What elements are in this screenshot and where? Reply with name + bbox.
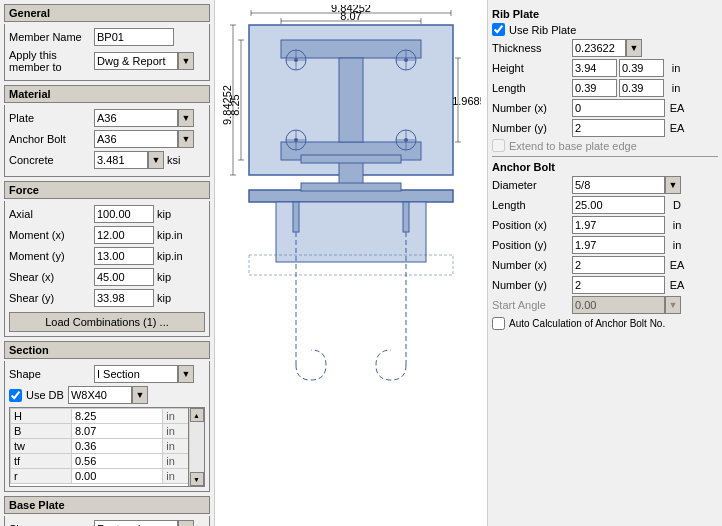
ab-number-y-input[interactable] [572, 276, 665, 294]
axial-label: Axial [9, 208, 94, 220]
rib-length-label: Length [492, 82, 572, 94]
plate-dropdown-btn[interactable]: ▼ [178, 109, 194, 127]
base-plate-header: Base Plate [4, 496, 210, 514]
table-row: r 0.00 in [11, 469, 204, 484]
rib-length-input1[interactable] [572, 79, 617, 97]
shape-dropdown-btn[interactable]: ▼ [178, 365, 194, 383]
ab-start-angle-row: Start Angle ▼ [492, 296, 718, 314]
ab-pos-y-unit: in [667, 239, 687, 251]
concrete-unit: ksi [167, 154, 180, 166]
member-name-input[interactable] [94, 28, 174, 46]
plate-combo[interactable]: ▼ [94, 109, 194, 127]
load-combinations-button[interactable]: Load Combinations (1) ... [9, 312, 205, 332]
bp-shape-input[interactable] [94, 520, 178, 526]
ab-length-row: Length D [492, 196, 718, 214]
bp-shape-row: Shape ▼ [9, 520, 205, 526]
force-header: Force [4, 181, 210, 199]
rib-height-label: Height [492, 62, 572, 74]
scroll-up-btn[interactable]: ▲ [190, 408, 204, 422]
anchor-bolt-dropdown-btn[interactable]: ▼ [178, 130, 194, 148]
bp-shape-dropdown-btn[interactable]: ▼ [178, 520, 194, 526]
shear-x-row: Shear (x) kip [9, 268, 205, 286]
rib-number-x-input[interactable] [572, 99, 665, 117]
shape-combo[interactable]: ▼ [94, 365, 194, 383]
rib-thickness-row: Thickness ▼ [492, 39, 718, 57]
use-rib-plate-checkbox[interactable] [492, 23, 505, 36]
rib-length-input2[interactable] [619, 79, 664, 97]
ab-start-angle-combo: ▼ [572, 296, 681, 314]
db-dropdown-btn[interactable]: ▼ [132, 386, 148, 404]
concrete-dropdown-btn[interactable]: ▼ [148, 151, 164, 169]
anchor-bolt-right-header: Anchor Bolt [492, 161, 718, 173]
ab-pos-x-label: Position (x) [492, 219, 572, 231]
moment-x-input[interactable] [94, 226, 154, 244]
rib-height-input2[interactable] [619, 59, 664, 77]
right-dim-label: 1.9685 [452, 95, 481, 107]
db-combo[interactable]: ▼ [68, 386, 148, 404]
side-bot-flange [301, 183, 401, 191]
shape-row: Shape ▼ [9, 365, 205, 383]
rib-plate-header: Rib Plate [492, 8, 718, 20]
anchor-bolt-combo[interactable]: ▼ [94, 130, 194, 148]
section-scrollbar[interactable]: ▲ ▼ [188, 408, 204, 486]
ab-diameter-input[interactable] [572, 176, 665, 194]
anchor-bolt-left-hook [296, 350, 326, 380]
rib-thickness-combo[interactable]: ▼ [572, 39, 642, 57]
prop-tf-name: tf [11, 454, 72, 469]
scroll-down-btn[interactable]: ▼ [190, 472, 204, 486]
apply-to-dropdown-btn[interactable]: ▼ [178, 52, 194, 70]
extend-to-edge-checkbox[interactable] [492, 139, 505, 152]
axial-input[interactable] [94, 205, 154, 223]
prop-b-value: 8.07 [71, 424, 162, 439]
anchor-bolt-label: Anchor Bolt [9, 133, 94, 145]
anchor-bolt-right-side [403, 202, 409, 232]
ab-length-input[interactable] [572, 196, 665, 214]
ab-number-y-row: Number (y) EA [492, 276, 718, 294]
rib-number-y-label: Number (y) [492, 122, 572, 134]
concrete-combo[interactable]: ▼ ksi [94, 151, 180, 169]
extend-to-edge-label: Extend to base plate edge [509, 140, 637, 152]
apply-to-combo[interactable]: ▼ [94, 52, 194, 70]
auto-calc-checkbox[interactable] [492, 317, 505, 330]
shear-y-input[interactable] [94, 289, 154, 307]
ab-number-x-input[interactable] [572, 256, 665, 274]
plate-input[interactable] [94, 109, 178, 127]
ab-diameter-row: Diameter ▼ [492, 176, 718, 194]
shape-label: Shape [9, 368, 94, 380]
member-name-label: Member Name [9, 31, 94, 43]
rib-height-input1[interactable] [572, 59, 617, 77]
ab-number-y-unit: EA [667, 279, 687, 291]
scroll-track[interactable] [190, 422, 204, 472]
ab-pos-x-input[interactable] [572, 216, 665, 234]
ab-pos-y-input[interactable] [572, 236, 665, 254]
ab-diameter-combo[interactable]: ▼ [572, 176, 681, 194]
ab-diameter-dropdown-btn[interactable]: ▼ [665, 176, 681, 194]
table-row: B 8.07 in [11, 424, 204, 439]
ab-number-x-unit: EA [667, 259, 687, 271]
apply-to-input[interactable] [94, 52, 178, 70]
section-props-table: H 8.25 in B 8.07 in tw 0.36 in tf 0.56 [10, 408, 204, 484]
bp-shape-combo[interactable]: ▼ [94, 520, 194, 526]
top-flange-top [281, 40, 421, 58]
rib-number-x-row: Number (x) EA [492, 99, 718, 117]
rib-thickness-dropdown-btn[interactable]: ▼ [626, 39, 642, 57]
section-props-list: H 8.25 in B 8.07 in tw 0.36 in tf 0.56 [9, 407, 205, 487]
web-top [339, 58, 363, 142]
concrete-input[interactable] [94, 151, 148, 169]
auto-calc-row: Auto Calculation of Anchor Bolt No. [492, 317, 718, 330]
apply-to-row: Apply this member to ▼ [9, 49, 205, 73]
shape-input[interactable] [94, 365, 178, 383]
table-row: H 8.25 in [11, 409, 204, 424]
axial-unit: kip [157, 208, 171, 220]
rib-number-y-input[interactable] [572, 119, 665, 137]
moment-y-input[interactable] [94, 247, 154, 265]
db-input[interactable] [68, 386, 132, 404]
use-db-checkbox[interactable] [9, 389, 22, 402]
shear-x-input[interactable] [94, 268, 154, 286]
rib-thickness-input[interactable] [572, 39, 626, 57]
shear-y-row: Shear (y) kip [9, 289, 205, 307]
left-panel: General Member Name Apply this member to… [0, 0, 215, 526]
apply-to-label: Apply this member to [9, 49, 94, 73]
ab-start-angle-input [572, 296, 665, 314]
anchor-bolt-input[interactable] [94, 130, 178, 148]
